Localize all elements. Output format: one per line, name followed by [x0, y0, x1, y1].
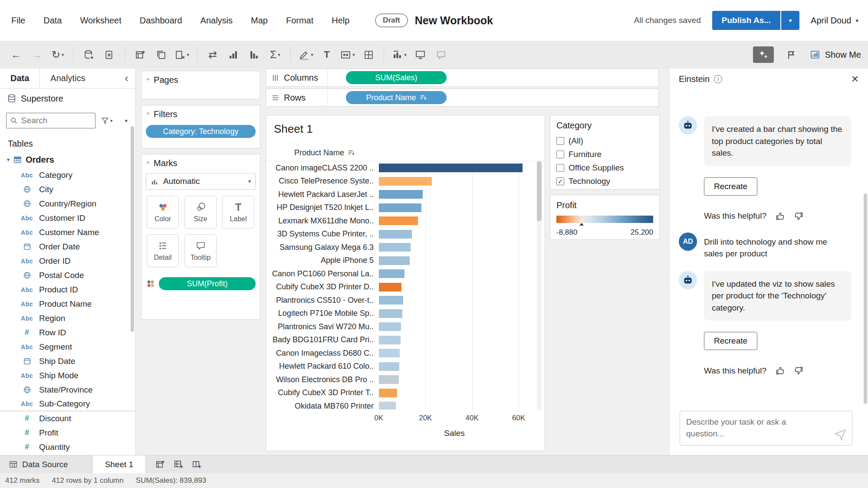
bar-label[interactable]: Cubify CubeX 3D Printer D.. [270, 282, 379, 291]
bar-15[interactable] [379, 349, 400, 357]
cell-size-icon[interactable] [359, 45, 378, 64]
checkbox[interactable]: ✓ [556, 177, 564, 185]
filter-fields-button[interactable]: ▾ [101, 116, 113, 125]
tooltip-button[interactable]: Tooltip [184, 234, 217, 267]
menu-analysis[interactable]: Analysis [201, 16, 233, 26]
fit-view-icon[interactable]: ▾ [339, 45, 357, 64]
pause-updates-icon[interactable] [100, 45, 118, 64]
product-name-column-header[interactable]: Product Name [270, 148, 379, 157]
recreate-button-1[interactable]: Recreate [704, 177, 757, 196]
label-button[interactable]: T Label [222, 196, 254, 229]
show-me-button[interactable]: Show Me [809, 49, 861, 60]
collapse-card-icon[interactable]: ^ [147, 111, 149, 118]
sum-sales-pill[interactable]: SUM(Sales) [346, 71, 447, 84]
checkbox[interactable] [556, 137, 564, 145]
field-quantity[interactable]: #Quantity [0, 440, 135, 454]
close-icon[interactable]: × [852, 73, 858, 85]
menu-dashboard[interactable]: Dashboard [140, 16, 182, 26]
field-sub-category[interactable]: AbcSub-Category [0, 397, 135, 411]
menu-format[interactable]: Format [286, 16, 313, 26]
presentation-mode-icon[interactable] [411, 45, 429, 64]
field-postal-code[interactable]: Postal Code [0, 268, 135, 282]
new-story-button[interactable] [188, 457, 205, 472]
bar-4[interactable] [379, 203, 421, 212]
field-ship-mode[interactable]: AbcShip Mode [0, 368, 135, 383]
collapse-card-icon[interactable]: ^ [147, 77, 149, 83]
bar-19[interactable] [379, 402, 396, 409]
filter-pill-category-technology[interactable]: Category: Technology [146, 125, 256, 138]
field-region[interactable]: AbcRegion [0, 311, 135, 325]
text-label-icon[interactable]: T [318, 45, 336, 64]
highlight-icon[interactable]: ▾ [297, 45, 315, 64]
field-row-id[interactable]: #Row ID [0, 325, 135, 340]
menu-map[interactable]: Map [251, 16, 268, 26]
field-state-province[interactable]: State/Province [0, 383, 135, 397]
bar-label[interactable]: 3D Systems Cube Printer, .. [270, 229, 379, 239]
bar-17[interactable] [379, 375, 399, 384]
field-country-region[interactable]: Country/Region [0, 197, 135, 211]
new-worksheet-button[interactable] [152, 457, 168, 472]
new-worksheet-icon[interactable] [131, 45, 149, 64]
bar-12[interactable] [379, 309, 402, 318]
show-mark-labels-icon[interactable]: ▾ [390, 45, 408, 64]
checkbox[interactable] [556, 151, 564, 158]
bar-label[interactable]: Wilson Electronics DB Pro .. [270, 375, 379, 384]
bar-label[interactable]: Bady BDG101FRU Card Pri.. [270, 335, 379, 344]
undo-icon[interactable]: ← [7, 45, 25, 64]
field-order-id[interactable]: AbcOrder ID [0, 254, 135, 268]
bar-label[interactable]: Plantronics CS510 - Over-t.. [270, 296, 379, 305]
field-product-name[interactable]: AbcProduct Name [0, 297, 135, 311]
clear-sheet-icon[interactable]: ▾ [173, 45, 191, 64]
collapse-table-icon[interactable]: ▾ [7, 157, 10, 163]
publish-dropdown-button[interactable]: ▾ [781, 11, 799, 30]
collapse-card-icon[interactable]: ^ [147, 160, 149, 167]
swap-rows-columns-icon[interactable]: ⇄ [204, 45, 222, 64]
thumbs-down-icon[interactable] [794, 211, 804, 221]
bar-14[interactable] [379, 336, 401, 344]
redo-icon[interactable]: → [28, 45, 46, 64]
field-segment[interactable]: AbcSegment [0, 340, 135, 354]
recreate-button-2[interactable]: Recreate [704, 332, 757, 350]
bar-label[interactable]: Hewlett Packard 610 Colo.. [270, 362, 379, 371]
rows-shelf[interactable]: Rows Product Name [266, 88, 659, 107]
legend-item-office-supplies[interactable]: Office Supplies [550, 161, 659, 174]
bar-11[interactable] [379, 296, 403, 305]
bar-13[interactable] [379, 322, 401, 331]
menu-worksheet[interactable]: Worksheet [80, 16, 121, 26]
bar-1[interactable] [379, 164, 523, 172]
bar-8[interactable] [379, 256, 410, 265]
bar-label[interactable]: HP Designjet T520 Inkjet L.. [270, 203, 379, 212]
user-menu[interactable]: April Doud ▾ [811, 16, 858, 26]
bar-label[interactable]: Cisco TelePresence Syste.. [270, 177, 379, 186]
field-customer-id[interactable]: AbcCustomer ID [0, 211, 135, 225]
bar-3[interactable] [379, 190, 423, 199]
new-dashboard-button[interactable] [170, 457, 187, 472]
field-discount[interactable]: #Discount [0, 411, 135, 426]
einstein-toggle-button[interactable] [753, 46, 774, 63]
product-name-pill[interactable]: Product Name [346, 91, 447, 104]
field-profit[interactable]: #Profit [0, 426, 135, 440]
field-ship-date[interactable]: Ship Date [0, 354, 135, 368]
profit-color-gradient[interactable] [556, 216, 653, 223]
menu-file[interactable]: File [11, 16, 25, 26]
data-source-tab[interactable]: Data Source [0, 455, 77, 473]
tab-data[interactable]: Data [0, 69, 39, 88]
field-city[interactable]: City [0, 182, 135, 197]
field-order-date[interactable]: Order Date [0, 239, 135, 254]
bar-label[interactable]: Lexmark MX611dhe Mono.. [270, 216, 379, 226]
einstein-prompt-input[interactable]: Describe your task or ask a question... [680, 411, 852, 445]
field-customer-name[interactable]: AbcCustomer Name [0, 225, 135, 239]
thumbs-up-icon[interactable] [775, 211, 785, 221]
legend-item-technology[interactable]: ✓Technology [550, 174, 659, 188]
new-datasource-icon[interactable] [79, 45, 98, 64]
menu-data[interactable]: Data [43, 16, 62, 26]
bar-label[interactable]: Canon PC1060 Personal La.. [270, 269, 379, 278]
bar-16[interactable] [379, 362, 399, 371]
chart-scrollbar-thumb[interactable] [537, 161, 542, 221]
bar-label[interactable]: Plantronics Savi W720 Mu.. [270, 322, 379, 331]
bar-6[interactable] [379, 230, 412, 239]
bar-18[interactable] [379, 389, 397, 397]
duplicate-sheet-icon[interactable] [152, 45, 170, 64]
bar-7[interactable] [379, 243, 411, 252]
data-pane-scrollbar[interactable] [131, 126, 134, 332]
